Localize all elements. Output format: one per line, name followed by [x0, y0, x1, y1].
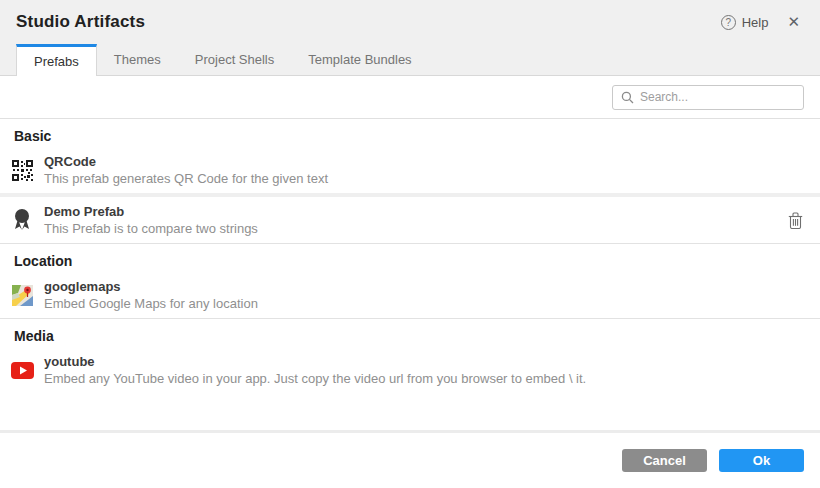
- qrcode-icon: [12, 160, 33, 181]
- prefab-item-youtube[interactable]: youtube Embed any YouTube video in your …: [0, 347, 820, 393]
- ok-button[interactable]: Ok: [719, 449, 804, 472]
- award-ribbon-icon: [12, 208, 32, 232]
- content-spacer: [0, 393, 820, 430]
- magnifier-icon: [621, 91, 634, 104]
- close-icon[interactable]: ✕: [783, 11, 804, 33]
- dialog-footer: Cancel Ok: [0, 433, 820, 488]
- item-title: QRCode: [44, 153, 805, 170]
- tab-prefabs[interactable]: Prefabs: [16, 44, 97, 76]
- tab-project-shells[interactable]: Project Shells: [178, 44, 291, 75]
- section-title-basic: Basic: [0, 119, 820, 147]
- prefab-item-googlemaps[interactable]: googlemaps Embed Google Maps for any loc…: [0, 272, 820, 318]
- search-input[interactable]: [640, 90, 795, 104]
- dialog-header: Studio Artifacts ? Help ✕: [0, 0, 820, 44]
- google-maps-icon: [12, 285, 33, 306]
- item-title: Demo Prefab: [44, 203, 786, 220]
- studio-artifacts-dialog: Studio Artifacts ? Help ✕ Prefabs Themes…: [0, 0, 820, 488]
- youtube-icon: [11, 362, 34, 379]
- delete-button[interactable]: [786, 210, 805, 231]
- search-row: [0, 76, 820, 119]
- section-title-media: Media: [0, 319, 820, 347]
- item-description: Embed any YouTube video in your app. Jus…: [44, 370, 805, 387]
- search-box[interactable]: [612, 85, 804, 110]
- help-button[interactable]: ? Help: [721, 15, 769, 30]
- prefab-item-demo-prefab[interactable]: Demo Prefab This Prefab is to compare tw…: [0, 197, 820, 243]
- help-label: Help: [742, 15, 769, 30]
- item-description: Embed Google Maps for any location: [44, 295, 805, 312]
- help-icon: ?: [721, 15, 736, 30]
- cancel-button[interactable]: Cancel: [622, 449, 707, 472]
- section-title-location: Location: [0, 244, 820, 272]
- prefab-item-qrcode[interactable]: QRCode This prefab generates QR Code for…: [0, 147, 820, 193]
- item-title: youtube: [44, 353, 805, 370]
- item-title: googlemaps: [44, 278, 805, 295]
- tab-themes[interactable]: Themes: [97, 44, 178, 75]
- item-description: This prefab generates QR Code for the gi…: [44, 170, 805, 187]
- tab-template-bundles[interactable]: Template Bundles: [291, 44, 428, 75]
- prefab-list: Basic QRCode Th: [0, 119, 820, 430]
- item-description: This Prefab is to compare two strings: [44, 220, 786, 237]
- page-title: Studio Artifacts: [16, 12, 145, 32]
- tab-bar: Prefabs Themes Project Shells Template B…: [0, 44, 820, 76]
- trash-icon: [788, 212, 803, 229]
